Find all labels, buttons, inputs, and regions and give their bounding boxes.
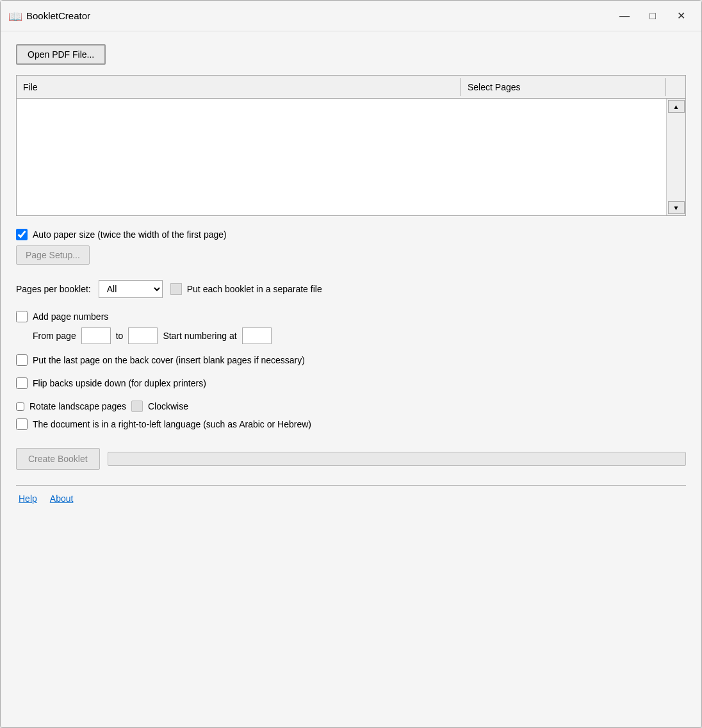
- auto-paper-size-label[interactable]: Auto paper size (twice the width of the …: [33, 229, 227, 240]
- rotate-landscape-row: Rotate landscape pages Clockwise: [16, 401, 686, 412]
- pages-per-booklet-select[interactable]: All 4 8 12 16 20 24 28 32: [99, 280, 163, 298]
- app-icon: 📖: [8, 10, 21, 22]
- file-table-header: File Select Pages: [17, 76, 685, 99]
- minimize-button[interactable]: —: [612, 6, 637, 26]
- file-table-content[interactable]: [17, 99, 666, 215]
- maximize-button[interactable]: □: [640, 6, 665, 26]
- col-file-header: File: [17, 78, 461, 96]
- close-button[interactable]: ✕: [668, 6, 694, 26]
- clockwise-container: Clockwise: [131, 401, 188, 412]
- help-link[interactable]: Help: [19, 493, 37, 504]
- add-page-numbers-checkbox[interactable]: [16, 311, 28, 322]
- pages-per-booklet-row: Pages per booklet: All 4 8 12 16 20 24 2…: [16, 280, 686, 298]
- last-page-back-cover-label[interactable]: Put the last page on the back cover (ins…: [33, 355, 305, 365]
- separate-file-checkbox-disabled: [170, 283, 182, 295]
- auto-paper-size-checkbox[interactable]: [16, 229, 28, 240]
- start-numbering-label: Start numbering at: [163, 331, 236, 341]
- title-bar: 📖 BookletCreator — □ ✕: [1, 1, 701, 31]
- to-label: to: [116, 331, 124, 341]
- file-table: File Select Pages ▲ ▼: [16, 75, 686, 216]
- window-controls: — □ ✕: [612, 6, 694, 26]
- scroll-up-arrow[interactable]: ▲: [668, 100, 685, 113]
- separate-file-row: Put each booklet in a separate file: [170, 283, 322, 295]
- flip-backs-row: Flip backs upside down (for duplex print…: [16, 377, 686, 389]
- rtl-row: The document is in a right-to-left langu…: [16, 418, 686, 430]
- create-section: Create Booklet: [16, 448, 686, 470]
- auto-paper-size-section: Auto paper size (twice the width of the …: [16, 229, 686, 265]
- about-link[interactable]: About: [50, 493, 74, 504]
- rtl-checkbox[interactable]: [16, 418, 28, 430]
- from-page-label: From page: [33, 331, 76, 341]
- rotate-landscape-checkbox[interactable]: [16, 402, 24, 411]
- separate-file-label: Put each booklet in a separate file: [187, 284, 322, 294]
- app-title: BookletCreator: [26, 10, 612, 21]
- main-window: 📖 BookletCreator — □ ✕ Open PDF File... …: [0, 0, 702, 728]
- create-booklet-button[interactable]: Create Booklet: [16, 448, 100, 470]
- footer-divider: [16, 485, 686, 486]
- rotate-landscape-label[interactable]: Rotate landscape pages: [29, 401, 126, 411]
- from-page-input[interactable]: [81, 327, 111, 344]
- start-numbering-input[interactable]: [242, 327, 272, 344]
- file-table-body: ▲ ▼: [17, 99, 685, 215]
- other-options-section: Put the last page on the back cover (ins…: [16, 354, 686, 435]
- from-page-row: From page to Start numbering at: [33, 327, 686, 344]
- pages-per-booklet-label: Pages per booklet:: [16, 284, 91, 294]
- page-numbers-section: Add page numbers From page to Start numb…: [16, 311, 686, 344]
- to-page-input[interactable]: [128, 327, 158, 344]
- last-page-back-cover-row: Put the last page on the back cover (ins…: [16, 354, 686, 366]
- rtl-label[interactable]: The document is in a right-to-left langu…: [33, 419, 311, 429]
- open-pdf-button[interactable]: Open PDF File...: [16, 44, 106, 65]
- scroll-down-arrow[interactable]: ▼: [668, 201, 685, 214]
- flip-backs-checkbox[interactable]: [16, 377, 28, 389]
- content-area: Open PDF File... File Select Pages ▲ ▼ A…: [1, 31, 701, 727]
- col-select-pages-header: Select Pages: [461, 78, 666, 96]
- scrollbar-track: ▲ ▼: [666, 99, 685, 215]
- add-page-numbers-row: Add page numbers: [16, 311, 686, 322]
- auto-paper-size-row: Auto paper size (twice the width of the …: [16, 229, 686, 240]
- add-page-numbers-label[interactable]: Add page numbers: [33, 311, 108, 322]
- footer-links: Help About: [16, 493, 686, 511]
- clockwise-label: Clockwise: [148, 401, 188, 411]
- flip-backs-label[interactable]: Flip backs upside down (for duplex print…: [33, 378, 206, 388]
- progress-bar: [108, 452, 686, 466]
- last-page-back-cover-checkbox[interactable]: [16, 354, 28, 366]
- clockwise-radio-disabled: [131, 401, 143, 412]
- page-setup-button[interactable]: Page Setup...: [16, 245, 90, 265]
